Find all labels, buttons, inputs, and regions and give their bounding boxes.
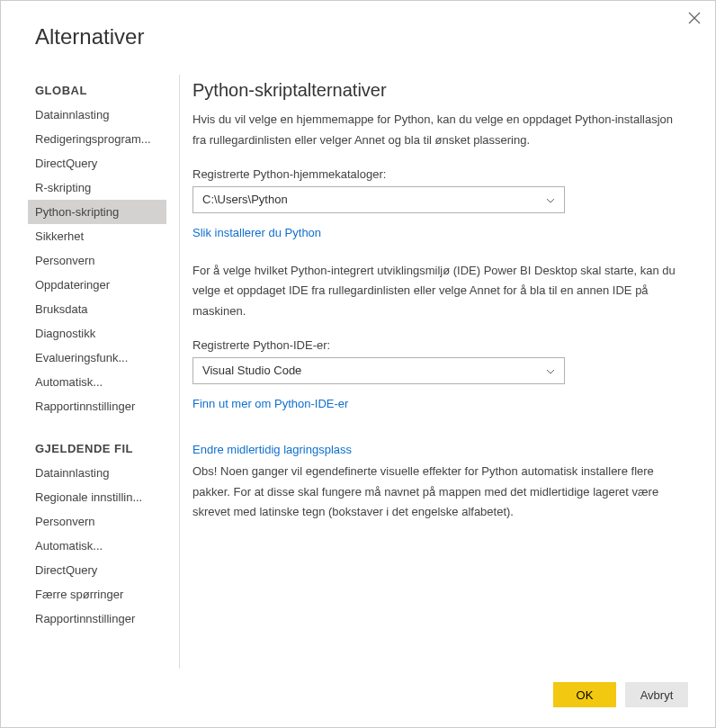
sidebar-item-evalueringsfunk[interactable]: Evalueringsfunk... [28,346,166,370]
sidebar-item-redigeringsprogram[interactable]: Redigeringsprogram... [28,127,166,151]
sidebar: GLOBAL Datainnlasting Redigeringsprogram… [1,75,166,669]
intro-paragraph: Hvis du vil velge en hjemmemappe for Pyt… [192,110,688,151]
temp-note-paragraph: Obs! Noen ganger vil egendefinerte visue… [192,462,688,523]
content-area: GLOBAL Datainnlasting Redigeringsprogram… [1,75,715,669]
chevron-down-icon [546,193,555,206]
sidebar-item-automatisk-file[interactable]: Automatisk... [28,534,166,558]
section-header-gjeldende-fil: GJELDENDE FIL [28,433,166,461]
sidebar-item-diagnostikk[interactable]: Diagnostikk [28,321,166,346]
sidebar-item-oppdateringer[interactable]: Oppdateringer [28,273,166,297]
temp-storage-link[interactable]: Endre midlertidig lagringsplass [192,443,352,456]
ide-dropdown[interactable]: Visual Studio Code [192,357,565,384]
sidebar-item-faerre-sporringer[interactable]: Færre spørringer [28,582,166,607]
ide-learn-more-link[interactable]: Finn ut mer om Python-IDE-er [192,397,348,410]
home-dir-label: Registrerte Python-hjemmekataloger: [192,167,688,181]
close-icon [688,12,701,24]
main-panel: Python-skriptalternativer Hvis du vil ve… [180,75,715,669]
sidebar-item-rapportinnstillinger-global[interactable]: Rapportinnstillinger [28,394,166,418]
dialog-footer: OK Avbryt [553,682,688,707]
sidebar-item-datainnlasting-global[interactable]: Datainnlasting [28,103,166,127]
home-dir-dropdown[interactable]: C:\Users\Python [192,186,565,213]
sidebar-item-personvern-file[interactable]: Personvern [28,509,166,534]
ok-button[interactable]: OK [553,682,616,707]
ide-value: Visual Studio Code [202,364,301,377]
close-button[interactable] [688,12,703,26]
sidebar-item-python-skripting[interactable]: Python-skripting [28,200,166,224]
cancel-button[interactable]: Avbryt [625,682,688,707]
ide-intro-paragraph: For å velge hvilket Python-integrert utv… [192,261,688,322]
sidebar-item-r-skripting[interactable]: R-skripting [28,175,166,200]
sidebar-item-regionale[interactable]: Regionale innstillin... [28,485,166,509]
sidebar-item-directquery-file[interactable]: DirectQuery [28,558,166,582]
sidebar-item-automatisk-global[interactable]: Automatisk... [28,370,166,394]
sidebar-item-datainnlasting-file[interactable]: Datainnlasting [28,461,166,485]
install-python-link[interactable]: Slik installerer du Python [192,226,321,239]
sidebar-item-bruksdata[interactable]: Bruksdata [28,297,166,321]
sidebar-item-personvern-global[interactable]: Personvern [28,248,166,273]
section-header-global: GLOBAL [28,75,166,103]
chevron-down-icon [546,364,555,377]
main-title: Python-skriptalternativer [192,80,688,101]
dialog-title: Alternativer [1,1,715,49]
ide-label: Registrerte Python-IDE-er: [192,338,688,352]
home-dir-value: C:\Users\Python [202,193,288,206]
sidebar-item-sikkerhet[interactable]: Sikkerhet [28,224,166,248]
sidebar-item-directquery-global[interactable]: DirectQuery [28,151,166,175]
sidebar-item-rapportinnstillinger-file[interactable]: Rapportinnstillinger [28,607,166,631]
